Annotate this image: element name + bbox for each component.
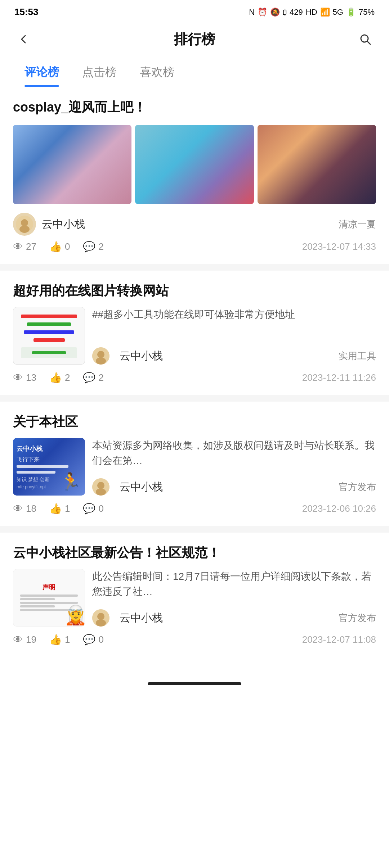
post-card-2[interactable]: 超好用的在线图片转换网站 ##超多小工具功能在线即可体验非常方便地址 [0,271,389,395]
likes-stat-3: 👍 1 [49,503,70,515]
post-body-4: 声明 🧝 此公告编辑时间：12月7日请每一位用户详细阅读以下条款，若您违反了社… [13,569,376,627]
post-body-3: 云中小栈 飞行下来 知识 梦想 创新 mfe.pnoyifit.opt 🏃 本站… [13,438,376,496]
post-thumb-4: 声明 🧝 [13,569,85,627]
likes-count-4: 1 [65,634,70,645]
views-count-3: 18 [26,503,36,514]
svg-point-11 [97,613,104,620]
post-date-4: 2023-12-07 11:08 [302,634,376,645]
svg-point-9 [96,488,106,496]
likes-stat-2: 👍 2 [49,372,70,384]
comments-stat-3: 💬 0 [83,503,103,515]
avatar-4 [92,609,109,627]
views-stat-4: 👁 19 [13,634,36,646]
post-tag-3: 官方发布 [339,481,376,493]
tabs-bar: 评论榜 点击榜 喜欢榜 [0,57,389,87]
stats-row-2: 👁 13 👍 2 💬 2 2023-12-11 11:26 [13,372,376,384]
comments-count-2: 2 [98,372,103,383]
svg-point-2 [21,219,28,226]
svg-point-6 [96,357,106,365]
tab-comments[interactable]: 评论榜 [13,57,71,87]
post-thumb-2 [13,307,85,365]
comment-icon-2: 💬 [83,372,95,384]
comments-count-3: 0 [98,503,103,514]
back-button[interactable] [13,28,35,50]
header: 排行榜 [0,21,389,57]
post-tag-2: 实用工具 [339,350,376,362]
status-bar: 15:53 N ⏰ 🔕 ₿ 429 HD 📶 5G 🔋 75% [0,0,389,21]
post-tag-4: 官方发布 [339,612,376,624]
post-card-4[interactable]: 云中小栈社区最新公告！社区规范！ 声明 🧝 此公告编辑时间：12月7日请每一位用… [0,533,389,657]
likes-count-1: 0 [65,241,70,252]
post-excerpt-4: 此公告编辑时间：12月7日请每一位用户详细阅读以下条款，若您违反了社… [92,569,376,599]
author-name-4: 云中小栈 [120,611,339,625]
search-button[interactable] [354,28,376,50]
comment-icon-1: 💬 [83,241,95,253]
svg-point-3 [19,226,30,233]
thumb-icon-3: 👍 [49,503,62,515]
tab-clicks[interactable]: 点击榜 [71,57,128,87]
comments-count-4: 0 [98,634,103,645]
author-name-3: 云中小栈 [120,480,339,494]
avatar-1 [13,213,36,236]
gallery-image-2 [135,125,254,204]
author-name-2: 云中小栈 [120,349,339,363]
bottom-bar [0,664,389,692]
post-title-1: cosplay_迎风而上吧！ [13,99,376,116]
home-indicator [148,682,241,685]
post-title-3: 关于本社区 [13,413,376,431]
post-title-4: 云中小栈社区最新公告！社区规范！ [13,544,376,562]
status-icons: N ⏰ 🔕 ₿ 429 HD 📶 5G 🔋 75% [249,8,375,17]
post-date-3: 2023-12-06 10:26 [302,503,376,514]
views-count-1: 27 [26,241,36,252]
post-title-2: 超好用的在线图片转换网站 [13,282,376,300]
post-tag-1: 清凉一夏 [339,218,376,231]
gallery-image-1 [13,125,131,204]
likes-count-3: 1 [65,503,70,514]
post-meta-1: 云中小栈 清凉一夏 [13,213,376,236]
battery-level: 75% [359,8,375,17]
tab-likes[interactable]: 喜欢榜 [128,57,186,87]
gallery-image-3 [258,125,376,204]
stats-row-4: 👁 19 👍 1 💬 0 2023-12-07 11:08 [13,634,376,646]
svg-point-8 [97,482,104,489]
views-count-4: 19 [26,634,36,645]
post-body-2: ##超多小工具功能在线即可体验非常方便地址 云中小栈 实用工具 [13,307,376,365]
comments-stat-4: 💬 0 [83,634,103,646]
avatar-3 [92,478,109,496]
eye-icon-3: 👁 [13,503,23,515]
status-time: 15:53 [14,6,39,18]
comments-stat-1: 💬 2 [83,241,103,253]
post-date-1: 2023-12-07 14:33 [302,241,376,252]
views-stat-2: 👁 13 [13,372,36,384]
thumb-icon-2: 👍 [49,372,62,384]
thumb-icon-4: 👍 [49,634,62,646]
post-excerpt-2: ##超多小工具功能在线即可体验非常方便地址 [92,307,376,322]
svg-point-5 [97,351,104,358]
eye-icon-1: 👁 [13,241,23,253]
post-card-1[interactable]: cosplay_迎风而上吧！ 云中小栈 清凉一夏 👁 27 � [0,87,389,264]
views-count-2: 13 [26,372,36,383]
comments-count-1: 2 [98,241,103,252]
comment-icon-4: 💬 [83,634,95,646]
page-title: 排行榜 [174,30,215,49]
post-excerpt-3: 本站资源多为网络收集，如涉及版权问题请及时与站长联系。我们会在第… [92,438,376,468]
stats-row-3: 👁 18 👍 1 💬 0 2023-12-06 10:26 [13,503,376,515]
thumb-icon-1: 👍 [49,241,62,253]
avatar-2 [92,347,109,365]
likes-stat-4: 👍 1 [49,634,70,646]
post-date-2: 2023-12-11 11:26 [302,372,376,383]
views-stat-3: 👁 18 [13,503,36,515]
content-area: cosplay_迎风而上吧！ 云中小栈 清凉一夏 👁 27 � [0,87,389,657]
likes-stat-1: 👍 0 [49,241,70,253]
comment-icon-3: 💬 [83,503,95,515]
comments-stat-2: 💬 2 [83,372,103,384]
stats-row-1: 👁 27 👍 0 💬 2 2023-12-07 14:33 [13,241,376,253]
post-card-3[interactable]: 关于本社区 云中小栈 飞行下来 知识 梦想 创新 mfe.pnoyifit.op… [0,402,389,526]
eye-icon-2: 👁 [13,372,23,384]
image-gallery-1 [13,125,376,204]
views-stat-1: 👁 27 [13,241,36,253]
author-name-1: 云中小栈 [42,217,339,232]
eye-icon-4: 👁 [13,634,23,646]
post-thumb-3: 云中小栈 飞行下来 知识 梦想 创新 mfe.pnoyifit.opt 🏃 [13,438,85,496]
likes-count-2: 2 [65,372,70,383]
